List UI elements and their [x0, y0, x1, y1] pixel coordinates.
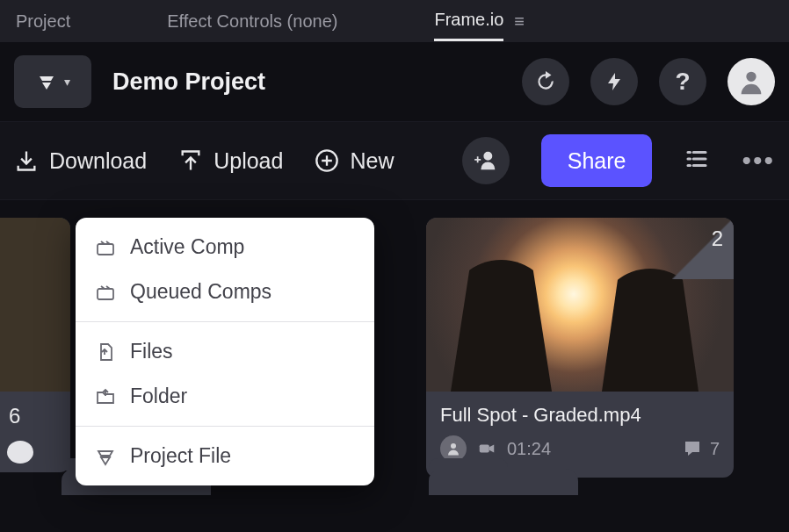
user-avatar[interactable]	[727, 58, 775, 105]
help-button[interactable]: ?	[659, 58, 706, 105]
menu-item-files[interactable]: Files	[76, 329, 374, 374]
lightning-icon	[604, 71, 625, 92]
folder-stub[interactable]	[429, 469, 578, 495]
asset-card-full-spot[interactable]: 2 Full Spot - Graded.mp4 01:24 7	[426, 218, 734, 478]
project-title: Demo Project	[112, 68, 501, 96]
version-badge: 2	[672, 218, 734, 279]
upload-button[interactable]: Upload	[178, 148, 283, 174]
duration-label: 01:24	[507, 439, 551, 459]
project-dropdown[interactable]: ▾	[14, 55, 91, 108]
asset-title: Full Spot - Graded.mp4	[440, 404, 720, 427]
tab-effect-controls[interactable]: Effect Controls (none)	[167, 3, 337, 40]
comp-icon	[95, 282, 116, 303]
new-menu: Active Comp Queued Comps Files Folder Pr…	[76, 218, 374, 485]
list-view-button[interactable]	[684, 146, 710, 176]
new-button[interactable]: New	[315, 148, 394, 174]
menu-item-folder[interactable]: Folder	[76, 374, 374, 419]
more-options-button[interactable]: •••	[742, 146, 775, 176]
project-file-icon	[95, 446, 116, 467]
add-person-button[interactable]	[462, 137, 510, 184]
comp-icon	[95, 237, 116, 258]
ellipsis-icon: •••	[742, 146, 775, 175]
file-upload-icon	[95, 341, 116, 363]
panel-menu-icon[interactable]: ≡	[514, 11, 525, 32]
menu-item-active-comp[interactable]: Active Comp	[76, 225, 374, 270]
tab-frameio[interactable]: Frame.io	[434, 1, 503, 41]
question-icon: ?	[675, 68, 690, 96]
video-icon	[477, 439, 496, 458]
list-icon	[684, 146, 710, 172]
chevron-down-icon: ▾	[64, 75, 70, 89]
frameio-logo-icon	[36, 71, 57, 92]
partial-label: 6	[0, 392, 70, 441]
thumbnail-partial	[0, 218, 70, 392]
comment-bubble-icon	[7, 441, 33, 464]
header-bar: ▾ Demo Project ?	[0, 42, 789, 121]
download-button[interactable]: Download	[14, 148, 147, 174]
asset-card-partial[interactable]: 6	[0, 218, 70, 472]
share-button[interactable]: Share	[541, 134, 653, 187]
upload-icon	[178, 148, 203, 173]
svg-rect-3	[98, 289, 113, 299]
reload-icon	[534, 70, 557, 93]
comment-icon	[682, 438, 703, 459]
menu-item-project-file[interactable]: Project File	[76, 434, 374, 478]
tab-project[interactable]: Project	[16, 3, 70, 40]
download-icon	[14, 148, 39, 173]
thumbnail-full-spot: 2	[426, 218, 734, 392]
person-icon	[736, 67, 766, 97]
lightning-button[interactable]	[590, 58, 638, 105]
comment-count-label: 7	[710, 439, 720, 459]
action-toolbar: Download Upload New Share •••	[0, 121, 789, 200]
folder-upload-icon	[95, 386, 116, 407]
menu-item-queued-comps[interactable]: Queued Comps	[76, 270, 374, 314]
plus-circle-icon	[315, 148, 339, 173]
add-person-icon	[474, 148, 498, 173]
panel-tab-bar: Project Effect Controls (none) Frame.io …	[0, 0, 789, 42]
svg-rect-2	[98, 244, 113, 255]
svg-rect-1	[480, 444, 489, 452]
reload-button[interactable]	[522, 58, 569, 105]
